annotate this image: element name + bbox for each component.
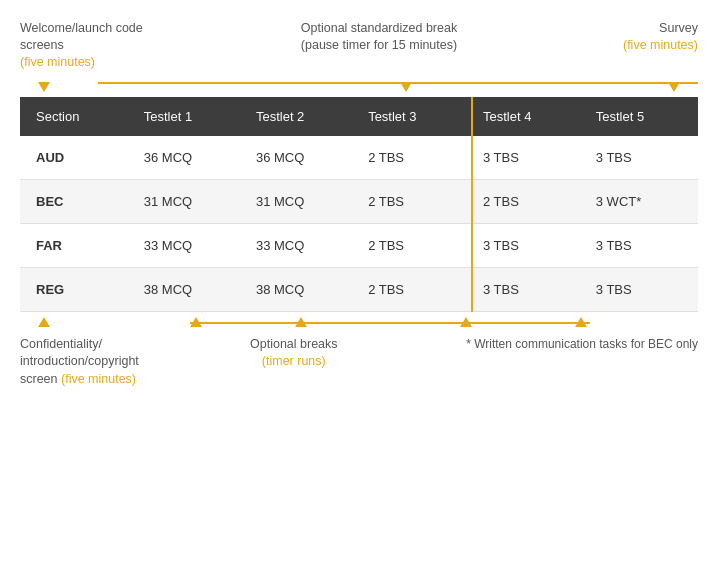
aud-t1: 36 MCQ [134, 136, 246, 180]
bottom-middle-text: Optional breaks (timer runs) [250, 336, 338, 371]
bottom-left-text: Confidentiality/ introduction/copyright … [20, 336, 200, 389]
top-middle-text: Optional standardized break (pause timer… [200, 20, 558, 54]
table-row: BEC 31 MCQ 31 MCQ 2 TBS 2 TBS 3 WCT* [20, 179, 698, 223]
aud-t2: 36 MCQ [246, 136, 358, 180]
aud-t3: 2 TBS [358, 136, 472, 180]
far-t4: 3 TBS [472, 223, 586, 267]
top-right-text: Survey (five minutes) [578, 20, 698, 54]
reg-t5: 3 TBS [586, 267, 698, 311]
table-row: AUD 36 MCQ 36 MCQ 2 TBS 3 TBS 3 TBS [20, 136, 698, 180]
top-right-annotation: Survey (five minutes) [578, 20, 698, 54]
col-header-testlet5: Testlet 5 [586, 97, 698, 136]
col-header-section: Section [20, 97, 134, 136]
col-header-testlet3: Testlet 3 [358, 97, 472, 136]
reg-t4: 3 TBS [472, 267, 586, 311]
col-header-testlet1: Testlet 1 [134, 97, 246, 136]
bottom-right-annotation: * Written communication tasks for BEC on… [338, 336, 698, 351]
reg-t2: 38 MCQ [246, 267, 358, 311]
bec-t5: 3 WCT* [586, 179, 698, 223]
top-middle-annotation: Optional standardized break (pause timer… [180, 20, 578, 54]
reg-t1: 38 MCQ [134, 267, 246, 311]
bec-t2: 31 MCQ [246, 179, 358, 223]
bec-section: BEC [20, 179, 134, 223]
main-container: Welcome/launch code screens (five minute… [20, 20, 698, 388]
aud-section: AUD [20, 136, 134, 180]
bottom-left-arrow-up [38, 317, 50, 327]
table-row: FAR 33 MCQ 33 MCQ 2 TBS 3 TBS 3 TBS [20, 223, 698, 267]
bec-t1: 31 MCQ [134, 179, 246, 223]
reg-section: REG [20, 267, 134, 311]
col-header-testlet2: Testlet 2 [246, 97, 358, 136]
top-right-arrow-down [668, 82, 680, 92]
bottom-right-text: * Written communication tasks for BEC on… [466, 337, 698, 351]
top-left-arrow-down [38, 82, 50, 92]
top-left-text: Welcome/launch code screens (five minute… [20, 20, 180, 71]
top-left-annotation: Welcome/launch code screens (five minute… [20, 20, 180, 71]
far-section: FAR [20, 223, 134, 267]
aud-t5: 3 TBS [586, 136, 698, 180]
far-t1: 33 MCQ [134, 223, 246, 267]
exam-sections-table: Section Testlet 1 Testlet 2 Testlet 3 Te… [20, 97, 698, 312]
data-table-wrapper: Section Testlet 1 Testlet 2 Testlet 3 Te… [20, 97, 698, 312]
far-t5: 3 TBS [586, 223, 698, 267]
far-t3: 2 TBS [358, 223, 472, 267]
bec-t3: 2 TBS [358, 179, 472, 223]
far-t2: 33 MCQ [246, 223, 358, 267]
bottom-middle-annotation: Optional breaks (timer runs) [250, 336, 338, 371]
table-header-row: Section Testlet 1 Testlet 2 Testlet 3 Te… [20, 97, 698, 136]
bec-t4: 2 TBS [472, 179, 586, 223]
aud-t4: 3 TBS [472, 136, 586, 180]
top-middle-arrow-down [400, 82, 412, 92]
reg-t3: 2 TBS [358, 267, 472, 311]
bottom-left-annotation: Confidentiality/ introduction/copyright … [20, 336, 200, 389]
table-row: REG 38 MCQ 38 MCQ 2 TBS 3 TBS 3 TBS [20, 267, 698, 311]
col-header-testlet4: Testlet 4 [472, 97, 586, 136]
